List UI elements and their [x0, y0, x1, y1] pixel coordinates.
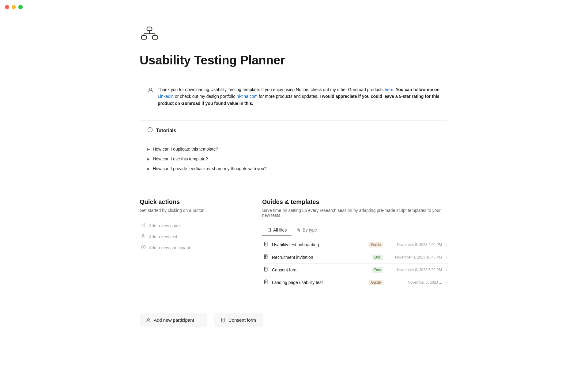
type-icon: [296, 228, 301, 232]
svg-point-15: [142, 234, 144, 236]
file-name-3: Consent form: [272, 267, 368, 272]
svg-rect-19: [268, 228, 270, 232]
file-date-3: November 8, 2023 5:39 PM: [387, 268, 442, 272]
file-date-1: November 8, 2023 4:50 PM: [387, 243, 442, 247]
file-name-4: Landing page usability test: [272, 280, 365, 285]
person-icon: [141, 234, 146, 240]
tutorials-title: Tutorials: [156, 128, 176, 133]
participant-icon: [146, 318, 151, 323]
svg-point-21: [299, 230, 300, 232]
consent-form-label: Consent form: [228, 317, 256, 323]
tutorial-label-3: How can I provide feedback or share my t…: [153, 166, 266, 171]
arrow-icon-3: ▶: [147, 167, 150, 171]
files-table: Usability test onboarding Guide November…: [262, 239, 448, 289]
file-date-4: November 5, 2023 ...: [387, 280, 442, 285]
info-icon: [147, 127, 153, 134]
tab-by-type[interactable]: By type: [292, 225, 322, 236]
doc-icon-1: [141, 223, 146, 229]
arrow-icon-1: ▶: [147, 147, 150, 151]
quick-actions-subtitle: Get started by clicking on a button.: [140, 208, 244, 213]
files-icon: [267, 228, 271, 232]
add-new-participant-button[interactable]: Add a new participant: [140, 242, 244, 253]
svg-rect-2: [153, 36, 157, 39]
quick-actions-column: Quick actions Get started by clicking on…: [140, 198, 244, 289]
svg-point-39: [147, 318, 149, 320]
tutorial-label-2: How can I use this template?: [153, 156, 208, 161]
tutorials-box: Tutorials ▶ How can I duplicate this tem…: [140, 121, 448, 180]
traffic-lights: [5, 5, 23, 9]
chevron-right-icon-2: ›: [446, 255, 447, 260]
file-row-3[interactable]: Consent form Doc November 8, 2023 5:39 P…: [262, 264, 448, 276]
user-icon: [147, 87, 154, 95]
chevron-right-icon-3: ›: [446, 267, 447, 272]
add-new-test-button[interactable]: Add a new test: [140, 231, 244, 242]
svg-rect-1: [141, 36, 146, 39]
chevron-right-icon-1: ›: [446, 242, 447, 247]
tutorial-label-1: How can I duplicate this template?: [153, 147, 218, 151]
tab-all-files[interactable]: All files: [262, 225, 292, 236]
page-content: Usability Testing Planner Thank you for …: [110, 0, 478, 345]
info-banner: Thank you for downloading Usability Test…: [140, 80, 448, 113]
file-doc-icon-2: [263, 254, 268, 260]
tab-by-type-label: By type: [303, 228, 317, 232]
tutorial-item-1[interactable]: ▶ How can I duplicate this template?: [147, 144, 441, 154]
guides-title: Guides & templates: [262, 198, 448, 205]
minimize-button[interactable]: [12, 5, 16, 9]
consent-form-button[interactable]: Consent form: [214, 313, 263, 327]
tutorial-item-3[interactable]: ▶ How can I provide feedback or share my…: [147, 164, 441, 174]
add-participant-label: Add new participant: [154, 317, 194, 323]
file-row-2[interactable]: Recruitment invitation Doc November 4, 2…: [262, 251, 448, 264]
add-new-test-label: Add a new test: [149, 234, 177, 239]
file-badge-1: Guide: [368, 242, 383, 247]
circle-plus-icon: [141, 245, 146, 251]
tab-all-files-label: All files: [273, 228, 287, 232]
file-row-4[interactable]: Landing page usability test Guide Novemb…: [262, 276, 448, 289]
tutorials-header: Tutorials: [147, 127, 441, 139]
file-name-1: Usability test onboarding: [272, 242, 365, 247]
linkedin-link[interactable]: Linkedin: [158, 94, 174, 99]
svg-point-20: [298, 229, 299, 230]
file-badge-4: Guide: [368, 280, 383, 285]
file-doc-icon-1: [263, 242, 268, 248]
tutorial-item-2[interactable]: ▶ How can I use this template?: [147, 154, 441, 164]
file-row-1[interactable]: Usability test onboarding Guide November…: [262, 239, 448, 251]
file-doc-icon-3: [263, 267, 268, 273]
file-badge-2: Doc: [372, 255, 383, 260]
add-new-guide-button[interactable]: Add a new guide: [140, 220, 244, 231]
guides-tabs: All files By type: [262, 225, 448, 236]
two-col-layout: Quick actions Get started by clicking on…: [140, 198, 448, 289]
hi-tina-link[interactable]: hi-tina.com: [237, 94, 258, 99]
bottom-action-area: Add new participant Consent form: [140, 313, 448, 327]
form-icon: [221, 318, 225, 323]
file-date-2: November 4, 2023 10:45 PM: [387, 255, 442, 259]
file-doc-icon-4: [263, 279, 268, 286]
add-new-guide-label: Add a new guide: [149, 223, 181, 228]
info-banner-text: Thank you for downloading Usability Test…: [158, 86, 441, 107]
chevron-right-icon-4: ›: [446, 280, 447, 285]
page-icon: [140, 25, 448, 45]
here-link[interactable]: here: [385, 87, 393, 92]
add-participant-button[interactable]: Add new participant: [140, 313, 207, 327]
file-badge-3: Doc: [372, 267, 383, 273]
page-title: Usability Testing Planner: [140, 53, 448, 67]
file-name-2: Recruitment invitation: [272, 255, 368, 260]
arrow-icon-2: ▶: [147, 157, 150, 161]
guides-section: Guides & templates Save time on setting …: [262, 198, 448, 289]
guides-subtitle: Save time on setting up every research s…: [262, 208, 448, 218]
add-new-participant-label: Add a new participant: [149, 245, 190, 250]
svg-rect-0: [147, 27, 152, 31]
svg-point-7: [149, 88, 152, 90]
close-button[interactable]: [5, 5, 9, 9]
quick-actions-title: Quick actions: [140, 198, 244, 205]
maximize-button[interactable]: [18, 5, 23, 9]
